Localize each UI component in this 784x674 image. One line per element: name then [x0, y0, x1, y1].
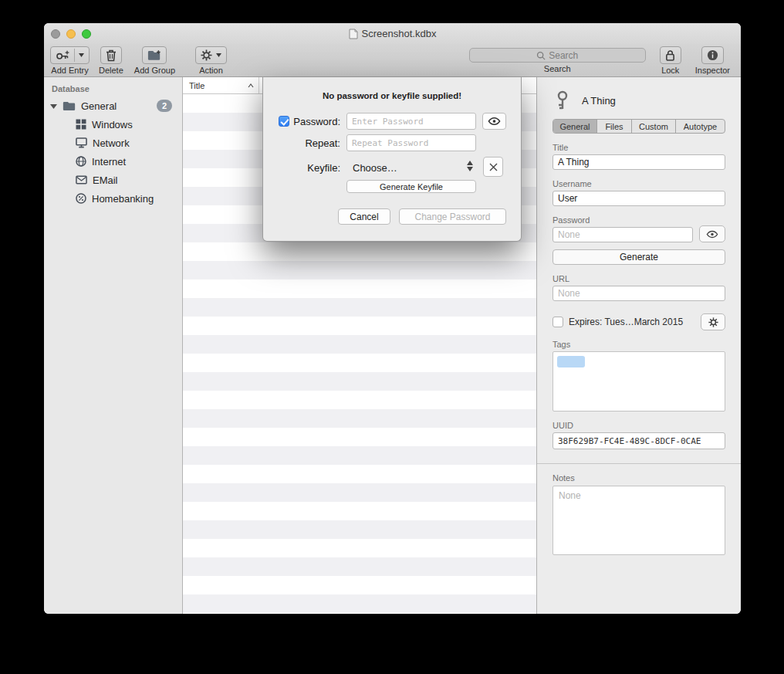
entry-title: A Thing [582, 95, 616, 107]
sidebar-item-homebanking[interactable]: Homebanking [44, 189, 182, 208]
lock-button[interactable] [660, 46, 681, 64]
lock-icon [665, 49, 675, 61]
app-window: Screenshot.kdbx Add Entry Delete [44, 23, 741, 614]
uuid-field[interactable] [553, 432, 725, 449]
change-password-sheet: No password or keyfile supplied! Passwor… [262, 77, 522, 242]
reveal-password-button[interactable] [699, 225, 725, 242]
title-field[interactable] [553, 154, 725, 170]
clear-keyfile-button[interactable] [483, 157, 503, 177]
inspector-panel: A Thing General Files Custom Autotype Ti… [536, 77, 741, 614]
eye-icon [488, 117, 501, 126]
trash-icon [106, 49, 117, 62]
sidebar-item-label: Homebanking [92, 193, 154, 205]
tab-custom[interactable]: Custom [631, 120, 675, 133]
inspector-tabs: General Files Custom Autotype [553, 119, 725, 134]
search-input[interactable]: Search [469, 48, 646, 63]
notes-field[interactable]: None [553, 486, 725, 555]
sidebar: Database General 2 Windows [44, 77, 183, 614]
sidebar-item-general[interactable]: General 2 [44, 97, 182, 115]
document-icon [349, 29, 358, 39]
add-group-label: Add Group [134, 66, 175, 75]
globe-icon [76, 156, 86, 167]
chevron-down-icon [216, 53, 221, 57]
inspector-item: Inspector [695, 46, 730, 75]
expires-row: Expires: Tues…March 2015 [553, 313, 725, 330]
display-icon [76, 137, 87, 148]
username-field[interactable] [553, 191, 725, 206]
key-icon [554, 90, 571, 110]
search-icon [536, 51, 546, 60]
sheet-repeat-input[interactable] [346, 134, 476, 151]
stepper-icon[interactable] [467, 161, 473, 171]
sheet-repeat-label: Repeat: [285, 137, 340, 149]
window-title-group: Screenshot.kdbx [349, 28, 437, 39]
search-item: Search Search [469, 46, 646, 73]
tags-box[interactable] [553, 351, 725, 412]
chevron-down-icon [79, 53, 84, 57]
password-field-label: Password [553, 215, 725, 225]
sidebar-item-windows[interactable]: Windows [44, 115, 182, 134]
tags-label: Tags [553, 340, 725, 349]
close-x-icon [489, 163, 498, 171]
cancel-button[interactable]: Cancel [338, 208, 390, 225]
notes-placeholder: None [559, 490, 581, 501]
sheet-password-input[interactable] [346, 113, 476, 130]
search-label: Search [544, 64, 571, 73]
password-row [553, 225, 725, 242]
tag-token[interactable] [557, 356, 585, 367]
column-header-title[interactable]: Title [183, 81, 248, 90]
envelope-icon [76, 175, 87, 185]
disclosure-triangle-icon[interactable] [50, 103, 57, 109]
zoom-button[interactable] [82, 29, 91, 39]
lock-item: Lock [660, 46, 681, 75]
title-field-label: Title [553, 143, 725, 152]
sort-ascending-icon [248, 83, 254, 88]
notes-label: Notes [553, 473, 725, 483]
add-group-button[interactable] [142, 46, 167, 64]
add-entry-item: Add Entry [50, 46, 90, 75]
expires-label: Expires: Tues…March 2015 [569, 317, 695, 327]
sidebar-item-internet[interactable]: Internet [44, 152, 182, 171]
sheet-keyfile-label: Keyfile: [285, 162, 340, 174]
title-bar[interactable]: Screenshot.kdbx [44, 23, 741, 44]
change-password-button[interactable]: Change Password [399, 208, 506, 225]
key-plus-icon [56, 49, 70, 62]
add-entry-button[interactable] [50, 46, 90, 64]
close-button[interactable] [51, 29, 60, 39]
sidebar-item-label: Network [93, 137, 130, 149]
inspector-button[interactable] [701, 46, 724, 64]
gear-icon [201, 49, 212, 61]
delete-button[interactable] [100, 46, 122, 64]
inspector-header: A Thing [553, 86, 725, 114]
generate-password-button[interactable]: Generate [553, 249, 725, 265]
percent-coin-icon [76, 193, 86, 204]
delete-item: Delete [99, 46, 123, 75]
sidebar-item-email[interactable]: EMail [44, 171, 182, 189]
sheet-reveal-password-button[interactable] [482, 113, 506, 130]
sidebar-item-network[interactable]: Network [44, 134, 182, 152]
toolbar: Add Entry Delete Add Group [44, 44, 741, 77]
minimize-button[interactable] [66, 29, 76, 39]
tab-general[interactable]: General [553, 120, 596, 133]
action-item: Action [195, 46, 227, 75]
expires-settings-button[interactable] [701, 313, 725, 330]
keyfile-popup[interactable]: Choose… [353, 162, 397, 174]
eye-icon [706, 230, 718, 239]
uuid-label: UUID [553, 421, 725, 430]
windows-grid-icon [76, 119, 86, 130]
action-button[interactable] [195, 46, 227, 64]
info-icon [707, 49, 718, 61]
tab-files[interactable]: Files [596, 120, 631, 133]
delete-label: Delete [99, 66, 123, 75]
toolbar-right-group: Search Search Lock Inspector [469, 46, 730, 75]
tab-autotype[interactable]: Autotype [675, 120, 725, 133]
gear-icon [708, 317, 718, 327]
generate-keyfile-button[interactable]: Generate Keyfile [346, 180, 476, 193]
sidebar-item-label: General [81, 100, 117, 112]
expires-checkbox[interactable] [553, 317, 563, 327]
folder-plus-icon [147, 49, 161, 61]
sidebar-item-label: EMail [93, 174, 118, 186]
password-field[interactable] [553, 227, 693, 242]
username-field-label: Username [553, 179, 725, 188]
url-field[interactable] [553, 286, 725, 301]
